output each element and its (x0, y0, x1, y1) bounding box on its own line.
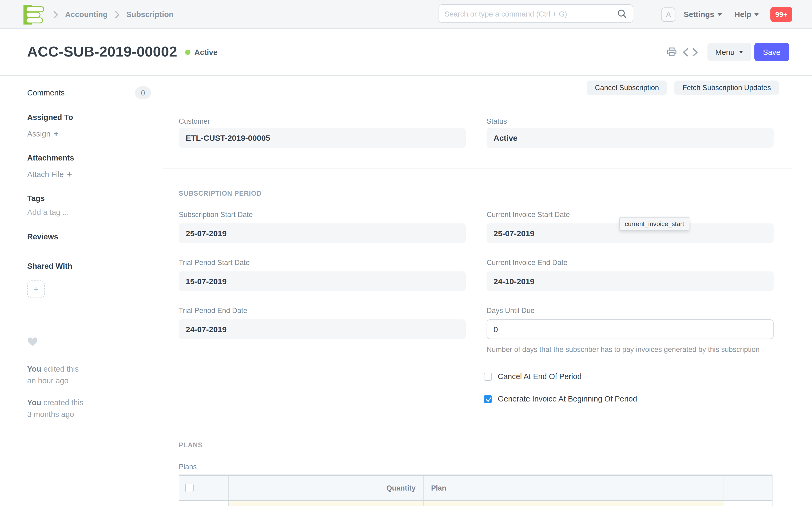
customer-field-value: ETL-CUST-2019-00005 (179, 128, 466, 148)
page-actions: Menu Save (667, 43, 789, 61)
trial-start-value: 15-07-2019 (179, 271, 466, 291)
next-document-icon[interactable] (692, 48, 697, 56)
trial-start-label: Trial Period Start Date (179, 259, 250, 267)
status-indicator: Active (185, 48, 217, 56)
reviews-heading: Reviews (27, 233, 58, 241)
checkbox-icon (484, 372, 492, 381)
plans-grid: Quantity Plan (179, 475, 772, 506)
cancel-at-end-label: Cancel At End Of Period (498, 372, 582, 381)
chevron-down-icon (754, 13, 759, 16)
app-window: Accounting Subscription A Settings Help … (0, 0, 812, 506)
subscription-start-label: Subscription Start Date (179, 210, 253, 219)
plus-icon: + (54, 129, 59, 138)
plans-section-heading: PLANS (179, 441, 203, 449)
user-avatar[interactable]: A (661, 7, 676, 22)
breadcrumb-module[interactable]: Accounting (65, 10, 108, 19)
activity-created: You created this 3 months ago (27, 397, 145, 420)
generate-invoice-checkbox[interactable]: Generate Invoice At Beginning Of Period (484, 395, 637, 403)
attachments-heading: Attachments (27, 154, 74, 162)
help-menu[interactable]: Help (734, 10, 759, 19)
customer-field-label: Customer (179, 117, 210, 125)
menu-button[interactable]: Menu (707, 43, 751, 61)
page-title: ACC-SUB-2019-00002 (27, 44, 177, 60)
previous-document-icon[interactable] (683, 48, 688, 56)
share-add-button[interactable]: + (27, 280, 45, 298)
status-field-label: Status (487, 117, 507, 125)
sidebar-comments-link[interactable]: Comments 0 (27, 86, 151, 99)
days-until-due-label: Days Until Due (487, 307, 534, 315)
activity-edited: You edited this an hour ago (27, 364, 145, 387)
comments-label: Comments (27, 88, 65, 97)
section-divider (163, 422, 792, 422)
top-navbar: Accounting Subscription A Settings Help … (0, 0, 812, 29)
current-invoice-end-label: Current Invoice End Date (487, 259, 567, 267)
checkbox-icon (484, 395, 492, 403)
days-until-due-input[interactable] (487, 319, 773, 339)
add-tag-input[interactable]: Add a tag ... (27, 208, 69, 217)
form-right-border (792, 76, 792, 506)
attach-file-label: Attach File (27, 170, 64, 179)
help-label: Help (734, 10, 751, 19)
shared-with-heading: Shared With (27, 262, 72, 270)
attach-file-button[interactable]: Attach File+ (27, 170, 72, 179)
print-icon[interactable] (667, 48, 676, 57)
global-search (439, 4, 633, 23)
activity-timestamp: 3 months ago (27, 410, 74, 419)
plans-field-label: Plans (179, 463, 197, 471)
chevron-down-icon (717, 13, 722, 16)
grid-actions-column-header (724, 476, 772, 500)
form-layout: Cancel Subscription Fetch Subscription U… (163, 76, 812, 506)
search-icon[interactable] (617, 9, 627, 18)
erpnext-logo-icon[interactable] (23, 5, 45, 24)
plans-grid-row[interactable] (179, 501, 772, 506)
activity-action: edited this (44, 365, 79, 373)
quantity-cell (229, 501, 424, 506)
notifications-badge[interactable]: 99+ (770, 7, 792, 22)
chevron-right-icon (53, 10, 58, 18)
trial-end-label: Trial Period End Date (179, 307, 247, 315)
section-divider (163, 168, 792, 168)
field-tooltip: current_invoice_start (619, 217, 689, 231)
status-dot-icon (185, 49, 191, 55)
navbar-right-cluster: A Settings Help 99+ (661, 0, 792, 29)
settings-label: Settings (684, 10, 714, 19)
breadcrumb-doctype[interactable]: Subscription (127, 10, 174, 19)
plan-cell (424, 501, 724, 506)
assigned-to-heading: Assigned To (27, 113, 73, 121)
form-sidebar: Comments 0 Assigned To Assign+ Attachmen… (0, 76, 162, 506)
assign-button[interactable]: Assign+ (27, 129, 59, 139)
chevron-down-icon (739, 51, 743, 53)
search-input[interactable] (439, 9, 617, 18)
menu-button-label: Menu (715, 48, 735, 56)
tags-heading: Tags (27, 194, 45, 202)
comments-count-badge: 0 (135, 86, 151, 99)
settings-menu[interactable]: Settings (684, 10, 722, 19)
activity-user: You (27, 398, 41, 407)
cancel-subscription-button[interactable]: Cancel Subscription (587, 81, 667, 95)
current-invoice-end-value: 24-10-2019 (487, 271, 773, 291)
form-custom-actions: Cancel Subscription Fetch Subscription U… (587, 81, 779, 95)
activity-user: You (27, 365, 41, 373)
activity-timestamp: an hour ago (27, 376, 69, 385)
plus-icon: + (67, 170, 72, 179)
current-invoice-start-label: Current Invoice Start Date (487, 210, 570, 219)
subscription-start-value: 25-07-2019 (179, 224, 466, 243)
like-heart-icon[interactable] (27, 337, 38, 347)
page-body: Comments 0 Assigned To Assign+ Attachmen… (0, 76, 812, 506)
save-button[interactable]: Save (754, 43, 789, 61)
days-until-due-description: Number of days that the subscriber has t… (487, 344, 772, 355)
plan-column-header: Plan (424, 476, 724, 500)
trial-end-value: 24-07-2019 (179, 319, 466, 339)
generate-invoice-label: Generate Invoice At Beginning Of Period (498, 395, 637, 403)
section-divider (163, 102, 792, 102)
quantity-column-header: Quantity (229, 476, 424, 500)
select-all-checkbox[interactable] (185, 484, 194, 492)
plans-grid-header: Quantity Plan (179, 476, 772, 501)
chevron-right-icon (115, 10, 120, 18)
page-head: ACC-SUB-2019-00002 Active Menu Save (0, 29, 812, 76)
fetch-subscription-updates-button[interactable]: Fetch Subscription Updates (674, 81, 779, 95)
cancel-at-end-checkbox[interactable]: Cancel At End Of Period (484, 372, 582, 381)
assign-label: Assign (27, 130, 51, 138)
subscription-period-heading: SUBSCRIPTION PERIOD (179, 190, 262, 197)
activity-action: created this (44, 398, 83, 407)
